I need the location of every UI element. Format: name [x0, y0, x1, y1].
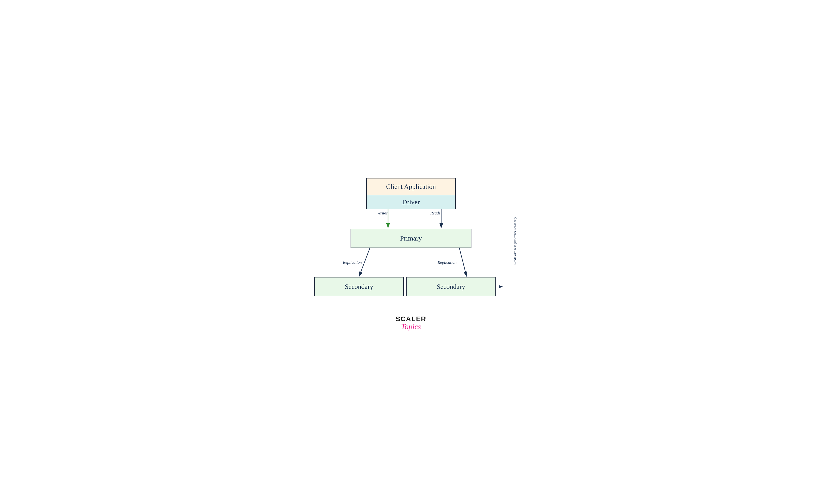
diagram-area: Client Application Driver Primary Second…: [302, 173, 520, 308]
side-annotation: Reads with read preference secondary: [508, 197, 522, 284]
primary-label: Primary: [400, 234, 422, 242]
primary-box: Primary: [351, 229, 471, 248]
client-app-label: Client Application: [386, 183, 436, 191]
secondary-right-box: Secondary: [406, 277, 496, 296]
writes-label: Writes: [377, 211, 388, 216]
logo-area: SCALER Topics: [302, 316, 520, 331]
driver-label: Driver: [402, 198, 420, 206]
svg-line-5: [459, 248, 467, 277]
secondary-right-label: Secondary: [437, 283, 465, 291]
replication-left-label: Replication: [343, 260, 362, 265]
driver-box: Driver: [366, 195, 456, 209]
secondary-left-label: Secondary: [345, 283, 373, 291]
logo-topics-text: Topics: [302, 322, 520, 331]
logo-scaler-text: SCALER: [302, 316, 520, 322]
client-app-box: Client Application: [366, 178, 456, 195]
secondary-left-box: Secondary: [314, 277, 404, 296]
diagram-wrapper: Client Application Driver Primary Second…: [302, 173, 520, 331]
replication-right-label: Replication: [438, 260, 456, 265]
reads-label: Reads: [430, 211, 440, 216]
